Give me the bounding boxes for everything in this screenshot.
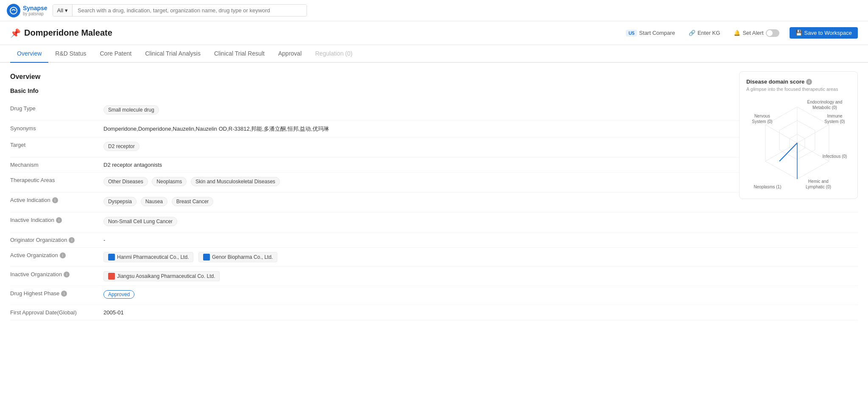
indication-tag-breast-cancer[interactable]: Breast Cancer <box>172 197 214 206</box>
label-active-indication: Active Indication i <box>10 197 103 203</box>
toggle-knob <box>767 30 773 36</box>
radar-chart: Endocrinology andMetabolic (0) ImmuneSys… <box>746 98 851 192</box>
logo-text-block: Synapse by patsnap <box>23 5 47 16</box>
active-indication-info-icon[interactable]: i <box>52 197 58 203</box>
kg-icon: 🔗 <box>689 30 695 36</box>
logo-icon <box>7 4 20 17</box>
label-inactive-org: Inactive Organization i <box>10 271 103 277</box>
drug-type-tag: Small molecule drug <box>103 105 159 115</box>
value-active-org: Hanmi Pharmaceutical Co., Ltd. Genor Bio… <box>103 252 858 262</box>
radar-label-immune: ImmuneSystem (0) <box>819 113 851 124</box>
label-drug-phase: Drug Highest Phase i <box>10 290 103 297</box>
org-tag-genor[interactable]: Genor Biopharma Co., Ltd. <box>198 252 277 262</box>
tab-approval[interactable]: Approval <box>271 45 308 63</box>
search-filter-select[interactable]: All ▾ <box>53 5 73 16</box>
search-container: All ▾ <box>53 4 307 17</box>
disease-domain-chart: Disease domain score i A glimpse into th… <box>739 71 858 199</box>
label-drug-type: Drug Type <box>10 105 103 112</box>
therapeutic-tag-other-diseases[interactable]: Other Diseases <box>103 177 148 186</box>
org-icon-hanmi <box>108 254 115 261</box>
value-inactive-indication: Non-Small Cell Lung Cancer <box>103 217 858 228</box>
inactive-indication-info-icon[interactable]: i <box>56 217 62 223</box>
tab-regulation: Regulation (0) <box>308 45 359 63</box>
svg-line-9 <box>779 143 797 161</box>
value-originator-org: - <box>103 237 858 243</box>
info-row-target: Target D2 receptor <box>10 137 858 157</box>
logo-name: Synapse <box>23 5 47 11</box>
org-tag-jiangsu[interactable]: Jiangsu Aosaikang Pharmaceutical Co. Ltd… <box>103 271 220 281</box>
drug-header: 📌 Domperidone Maleate U5 Start Compare 🔗… <box>0 21 868 45</box>
drug-title-block: 📌 Domperidone Maleate <box>10 28 112 38</box>
originator-org-info-icon[interactable]: i <box>69 237 75 243</box>
org-tag-hanmi[interactable]: Hanmi Pharmaceutical Co., Ltd. <box>103 252 193 262</box>
info-row-drug-type: Drug Type Small molecule drug <box>10 101 858 121</box>
basic-info-title: Basic Info <box>10 87 858 94</box>
label-target: Target <box>10 142 103 148</box>
info-row-approval-date: First Approval Date(Global) 2005-01 <box>10 305 858 320</box>
info-row-originator-org: Originator Organization i - <box>10 233 858 248</box>
label-therapeutic-areas: Therapeutic Areas <box>10 177 103 183</box>
info-row-active-indication: Active Indication i Dyspepsia Nausea Bre… <box>10 193 858 213</box>
info-row-inactive-org: Inactive Organization i Jiangsu Aosaikan… <box>10 267 858 286</box>
tab-clinical-trial-analysis[interactable]: Clinical Trial Analysis <box>138 45 207 63</box>
info-row-active-org: Active Organization i Hanmi Pharmaceutic… <box>10 248 858 267</box>
org-icon-jiangsu <box>108 273 115 280</box>
overview-title: Overview <box>10 73 858 81</box>
chevron-down-icon: ▾ <box>65 7 68 14</box>
label-mechanism: Mechanism <box>10 162 103 168</box>
save-icon: 💾 <box>795 30 802 36</box>
logo-sub: by patsnap <box>23 11 47 16</box>
top-bar: Synapse by patsnap All ▾ <box>0 0 868 21</box>
org-icon-genor <box>203 254 210 261</box>
start-compare-button[interactable]: U5 Start Compare <box>622 28 678 38</box>
value-drug-phase: Approved <box>103 290 858 300</box>
drug-title: Domperidone Maleate <box>24 28 112 38</box>
label-synonyms: Synonyms <box>10 125 103 132</box>
radar-label-nervous: NervousSystem (0) <box>746 113 778 124</box>
approved-tag[interactable]: Approved <box>103 290 134 299</box>
tab-overview[interactable]: Overview <box>10 45 48 63</box>
disease-chart-title: Disease domain score i <box>746 78 851 85</box>
active-org-info-icon[interactable]: i <box>60 252 66 258</box>
svg-point-0 <box>10 7 17 14</box>
inactive-org-info-icon[interactable]: i <box>64 272 70 277</box>
indication-tag-nausea[interactable]: Nausea <box>141 197 167 206</box>
info-row-inactive-indication: Inactive Indication i Non-Small Cell Lun… <box>10 213 858 233</box>
label-active-org: Active Organization i <box>10 252 103 258</box>
tab-rd-status[interactable]: R&D Status <box>48 45 93 63</box>
compare-icon: U5 <box>626 30 637 36</box>
label-inactive-indication: Inactive Indication i <box>10 217 103 223</box>
tab-clinical-trial-result[interactable]: Clinical Trial Result <box>207 45 271 63</box>
info-row-synonyms: Synonyms Domperidone,Domperidone,Nauzeli… <box>10 121 858 137</box>
alert-toggle[interactable] <box>766 29 779 37</box>
value-inactive-org: Jiangsu Aosaikang Pharmaceutical Co. Ltd… <box>103 271 858 281</box>
radar-label-hemic: Hemic andLymphatic (0) <box>801 179 835 190</box>
search-input[interactable] <box>73 5 307 16</box>
info-row-therapeutic-areas: Therapeutic Areas Other Diseases Neoplas… <box>10 173 858 193</box>
target-tag[interactable]: D2 receptor <box>103 142 140 151</box>
radar-label-infectious: Infectious (0) <box>819 154 851 159</box>
enter-kg-button[interactable]: 🔗 Enter KG <box>685 28 723 38</box>
radar-svg <box>746 98 848 188</box>
save-workspace-button[interactable]: 💾 Save to Workspace <box>790 27 858 39</box>
label-approval-date: First Approval Date(Global) <box>10 309 103 316</box>
info-row-mechanism: Mechanism D2 receptor antagonists <box>10 157 858 173</box>
radar-label-neoplasms: Neoplasms (1) <box>751 184 784 190</box>
therapeutic-tag-neoplasms[interactable]: Neoplasms <box>152 177 187 186</box>
therapeutic-tag-skin[interactable]: Skin and Musculoskeletal Diseases <box>191 177 280 186</box>
header-actions: U5 Start Compare 🔗 Enter KG 🔔 Set Alert … <box>622 27 858 39</box>
main-content: Overview Basic Info Drug Type Small mole… <box>0 63 868 331</box>
indication-tag-dyspepsia[interactable]: Dyspepsia <box>103 197 137 206</box>
drug-phase-info-icon[interactable]: i <box>61 291 67 297</box>
info-row-drug-phase: Drug Highest Phase i Approved <box>10 286 858 305</box>
logo: Synapse by patsnap <box>7 4 47 17</box>
set-alert-button[interactable]: 🔔 Set Alert <box>730 28 782 39</box>
value-approval-date: 2005-01 <box>103 309 858 316</box>
drug-icon: 📌 <box>10 28 21 38</box>
disease-chart-subtitle: A glimpse into the focused therapeutic a… <box>746 87 851 92</box>
disease-chart-info-icon[interactable]: i <box>806 79 812 85</box>
label-originator-org: Originator Organization i <box>10 237 103 243</box>
nav-tabs: Overview R&D Status Core Patent Clinical… <box>0 45 868 63</box>
tab-core-patent[interactable]: Core Patent <box>93 45 139 63</box>
indication-tag-nsclc[interactable]: Non-Small Cell Lung Cancer <box>103 217 177 226</box>
